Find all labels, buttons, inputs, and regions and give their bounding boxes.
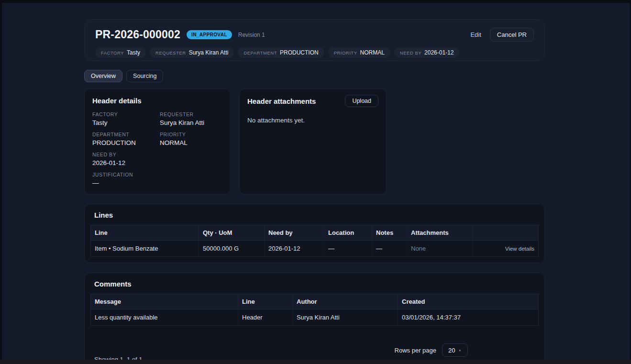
overview-cards-row: Header details FACTORY Tasty REQUESTER S… — [84, 88, 545, 195]
pr-detail-page: PR-2026-000002 IN_APPROVAL Revision 1 Ed… — [84, 3, 545, 364]
field-factory-label: FACTORY — [92, 111, 155, 117]
pr-header-top: PR-2026-000002 IN_APPROVAL Revision 1 Ed… — [95, 28, 534, 42]
field-requester-label: REQUESTER — [160, 111, 222, 117]
tab-overview[interactable]: Overview — [84, 70, 122, 82]
field-need-by: NEED BY 2026-01-12 — [92, 152, 155, 166]
field-department-label: DEPARTMENT — [92, 132, 155, 137]
lines-title: Lines — [90, 211, 539, 219]
attachments-empty-text: No attachments yet. — [247, 117, 378, 124]
chip-department-label: DEPARTMENT — [244, 50, 277, 55]
comments-header-row: Message Line Author Created — [91, 294, 539, 309]
header-chips: FACTORY Tasty REQUESTER Surya Kiran Atti… — [95, 47, 534, 58]
chip-priority-label: PRIORITY — [334, 50, 357, 55]
line-cell-qty: 50000.000 G — [199, 241, 265, 257]
field-requester-value: Surya Kiran Atti — [160, 119, 222, 126]
field-need-by-value: 2026-01-12 — [92, 159, 155, 166]
app-viewport: PR-2026-000002 IN_APPROVAL Revision 1 Ed… — [2, 3, 630, 364]
table-row: Less quantity available Header Surya Kir… — [91, 309, 539, 326]
line-cell-location: — — [324, 241, 372, 257]
revision-label: Revision 1 — [238, 32, 265, 38]
field-department: DEPARTMENT PRODUCTION — [92, 132, 155, 146]
field-priority-value: NORMAL — [160, 139, 222, 146]
table-row: Item • Sodium Benzate 50000.000 G 2026-0… — [91, 241, 539, 257]
page-title: PR-2026-000002 — [95, 28, 180, 41]
header-details-card: Header details FACTORY Tasty REQUESTER S… — [84, 88, 231, 195]
lines-col-line: Line — [91, 225, 199, 241]
lines-col-actions — [473, 225, 539, 241]
view-tabs: Overview Sourcing — [84, 70, 545, 82]
comment-cell-author: Surya Kiran Atti — [293, 309, 398, 326]
lines-col-location: Location — [324, 225, 372, 241]
lines-header-row: Line Qty · UoM Need by Location Notes At… — [91, 225, 539, 241]
rows-per-page-value: 20 — [448, 347, 455, 354]
field-justification-label: JUSTIFICATION — [92, 172, 155, 177]
pr-header-card: PR-2026-000002 IN_APPROVAL Revision 1 Ed… — [84, 19, 545, 61]
chevron-down-icon: ▾ — [459, 349, 461, 352]
field-justification-value: — — [92, 179, 155, 187]
header-actions: Edit Cancel PR — [470, 28, 534, 42]
view-details-link[interactable]: View details — [505, 246, 534, 252]
field-justification: JUSTIFICATION — — [92, 172, 155, 187]
lines-table: Line Qty · UoM Need by Location Notes At… — [90, 225, 539, 257]
comment-cell-line: Header — [238, 309, 293, 326]
edit-button[interactable]: Edit — [470, 31, 481, 38]
header-details-fields: FACTORY Tasty REQUESTER Surya Kiran Atti… — [92, 111, 222, 187]
cancel-pr-button[interactable]: Cancel PR — [490, 28, 534, 42]
line-cell-need-by: 2026-01-12 — [265, 241, 324, 257]
field-factory: FACTORY Tasty — [92, 111, 155, 126]
chip-need-by: NEED BY 2026-01-12 — [394, 47, 460, 58]
chip-requester: REQUESTER Surya Kiran Atti — [150, 47, 234, 58]
chip-requester-value: Surya Kiran Atti — [189, 49, 229, 56]
lines-card: Lines Line Qty · UoM Need by Location No… — [84, 204, 545, 263]
lines-col-notes: Notes — [372, 225, 407, 241]
status-badge: IN_APPROVAL — [187, 30, 232, 39]
comments-col-line: Line — [238, 294, 293, 309]
comments-col-message: Message — [91, 294, 238, 309]
line-cell-item: Item • Sodium Benzate — [91, 241, 199, 257]
comments-card: Comments Message Line Author Created Les… — [84, 273, 545, 364]
attachments-title: Header attachments — [247, 97, 316, 105]
window-bottom-edge — [0, 360, 631, 364]
lines-col-qty: Qty · UoM — [199, 225, 265, 241]
header-details-title: Header details — [92, 97, 222, 105]
chip-need-by-value: 2026-01-12 — [424, 49, 454, 56]
rows-per-page-label: Rows per page — [395, 347, 436, 354]
chip-priority: PRIORITY NORMAL — [328, 47, 390, 58]
comment-cell-created: 03/01/2026, 14:37:37 — [398, 309, 539, 326]
field-priority: PRIORITY NORMAL — [160, 132, 222, 146]
comment-cell-message: Less quantity available — [91, 309, 238, 326]
field-priority-label: PRIORITY — [160, 132, 222, 137]
pr-title-group: PR-2026-000002 IN_APPROVAL Revision 1 — [95, 28, 265, 41]
header-attachments-card: Header attachments Upload No attachments… — [239, 88, 387, 195]
chip-requester-label: REQUESTER — [155, 50, 186, 55]
comments-col-author: Author — [293, 294, 398, 309]
chip-need-by-label: NEED BY — [400, 50, 421, 55]
chip-factory: FACTORY Tasty — [95, 47, 146, 58]
chip-factory-label: FACTORY — [101, 50, 124, 55]
attachments-header: Header attachments Upload — [247, 95, 378, 107]
field-department-value: PRODUCTION — [92, 139, 155, 146]
line-cell-attachments: None — [407, 241, 473, 257]
tab-sourcing[interactable]: Sourcing — [126, 70, 163, 82]
rows-per-page-group: Rows per page 20 ▾ — [395, 343, 468, 357]
field-need-by-label: NEED BY — [92, 152, 155, 157]
field-requester: REQUESTER Surya Kiran Atti — [160, 111, 222, 126]
field-factory-value: Tasty — [92, 119, 155, 126]
comments-table: Message Line Author Created Less quantit… — [90, 294, 539, 326]
chip-priority-value: NORMAL — [360, 49, 385, 56]
rows-per-page-select[interactable]: 20 ▾ — [442, 343, 468, 357]
lines-col-need-by: Need by — [265, 225, 324, 241]
lines-col-attachments: Attachments — [407, 225, 473, 241]
chip-department-value: PRODUCTION — [280, 49, 319, 56]
comments-title: Comments — [90, 280, 539, 288]
chip-department: DEPARTMENT PRODUCTION — [238, 47, 324, 58]
line-cell-notes: — — [372, 241, 407, 257]
comments-col-created: Created — [398, 294, 539, 309]
upload-button[interactable]: Upload — [345, 95, 378, 107]
chip-factory-value: Tasty — [127, 49, 140, 56]
